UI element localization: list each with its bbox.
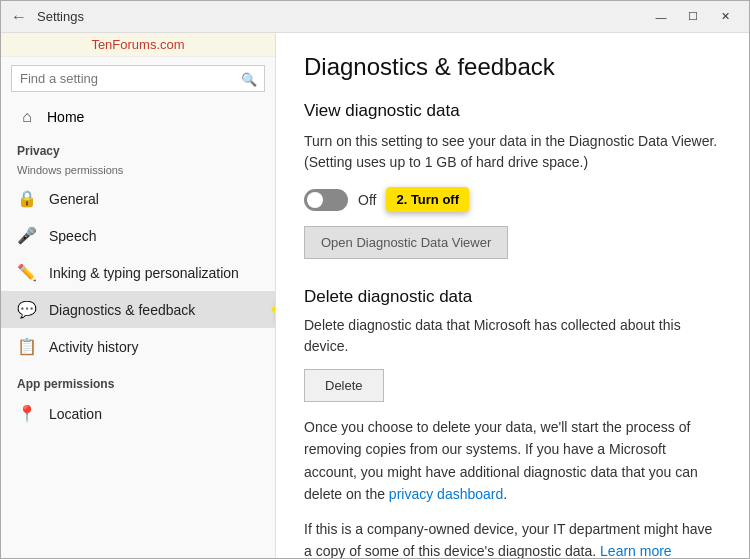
sidebar: TenForums.com 🔍 ⌂ Home Privacy Windows p… <box>1 33 276 558</box>
delete-diagnostic-desc: Delete diagnostic data that Microsoft ha… <box>304 315 721 357</box>
delete-row: Delete <box>304 369 721 402</box>
owned-device-text: If this is a company-owned device, your … <box>304 518 721 558</box>
sidebar-item-location-label: Location <box>49 406 102 422</box>
watermark: TenForums.com <box>1 33 275 57</box>
content-area: TenForums.com 🔍 ⌂ Home Privacy Windows p… <box>1 33 749 558</box>
minimize-button[interactable]: — <box>647 7 675 27</box>
sidebar-item-diagnostics-label: Diagnostics & feedback <box>49 302 195 318</box>
app-permissions-header: App permissions <box>1 365 275 395</box>
window-controls: — ☐ ✕ <box>647 7 739 27</box>
diagnostics-icon: 💬 <box>17 300 37 319</box>
toggle-knob <box>307 192 323 208</box>
maximize-button[interactable]: ☐ <box>679 7 707 27</box>
open-viewer-button: Open Diagnostic Data Viewer <box>304 226 508 259</box>
home-icon: ⌂ <box>17 108 37 126</box>
home-label: Home <box>47 109 84 125</box>
view-diagnostic-desc: Turn on this setting to see your data in… <box>304 131 721 173</box>
sidebar-item-speech[interactable]: 🎤 Speech <box>1 217 275 254</box>
sidebar-item-inking-label: Inking & typing personalization <box>49 265 239 281</box>
close-button[interactable]: ✕ <box>711 7 739 27</box>
back-button[interactable]: ← <box>11 8 27 26</box>
sidebar-item-inking[interactable]: ✏️ Inking & typing personalization <box>1 254 275 291</box>
titlebar: ← Settings — ☐ ✕ <box>1 1 749 33</box>
page-title: Diagnostics & feedback <box>304 53 721 81</box>
delete-button[interactable]: Delete <box>304 369 384 402</box>
delete-diagnostic-title: Delete diagnostic data <box>304 287 721 307</box>
settings-window: ← Settings — ☐ ✕ TenForums.com 🔍 ⌂ Home … <box>0 0 750 559</box>
callout-2-label: 2. Turn off <box>386 187 469 212</box>
delete-diagnostic-section: Delete diagnostic data Delete diagnostic… <box>304 287 721 558</box>
windows-permissions-header: Windows permissions <box>1 162 275 180</box>
home-nav-item[interactable]: ⌂ Home <box>1 100 275 134</box>
search-bar: 🔍 <box>1 57 275 100</box>
speech-icon: 🎤 <box>17 226 37 245</box>
search-input[interactable] <box>11 65 265 92</box>
period-after-link: . <box>503 486 507 502</box>
activity-icon: 📋 <box>17 337 37 356</box>
sidebar-scroll-container: 🔒 General 🎤 Speech ✏️ Inking & typing pe… <box>1 180 275 432</box>
privacy-dashboard-link[interactable]: privacy dashboard <box>389 486 503 502</box>
search-icon: 🔍 <box>241 71 257 86</box>
sidebar-item-activity[interactable]: 📋 Activity history <box>1 328 275 365</box>
learn-more-link[interactable]: Learn more <box>600 543 672 558</box>
section-header-privacy: Privacy <box>1 134 275 162</box>
sidebar-item-speech-label: Speech <box>49 228 96 244</box>
view-diagnostic-title: View diagnostic data <box>304 101 721 121</box>
sidebar-item-activity-label: Activity history <box>49 339 138 355</box>
toggle-off-label: Off <box>358 192 376 208</box>
location-icon: 📍 <box>17 404 37 423</box>
after-delete-text: Once you choose to delete your data, we'… <box>304 416 721 506</box>
toggle-row: Off 2. Turn off <box>304 187 721 212</box>
general-icon: 🔒 <box>17 189 37 208</box>
main-content: Diagnostics & feedback View diagnostic d… <box>276 33 749 558</box>
diagnostic-data-toggle[interactable] <box>304 189 348 211</box>
window-title: Settings <box>37 9 647 24</box>
sidebar-item-location[interactable]: 📍 Location <box>1 395 275 432</box>
sidebar-item-diagnostics[interactable]: 💬 Diagnostics & feedback 1. Click on <box>1 291 275 328</box>
sidebar-item-general[interactable]: 🔒 General <box>1 180 275 217</box>
sidebar-item-general-label: General <box>49 191 99 207</box>
inking-icon: ✏️ <box>17 263 37 282</box>
